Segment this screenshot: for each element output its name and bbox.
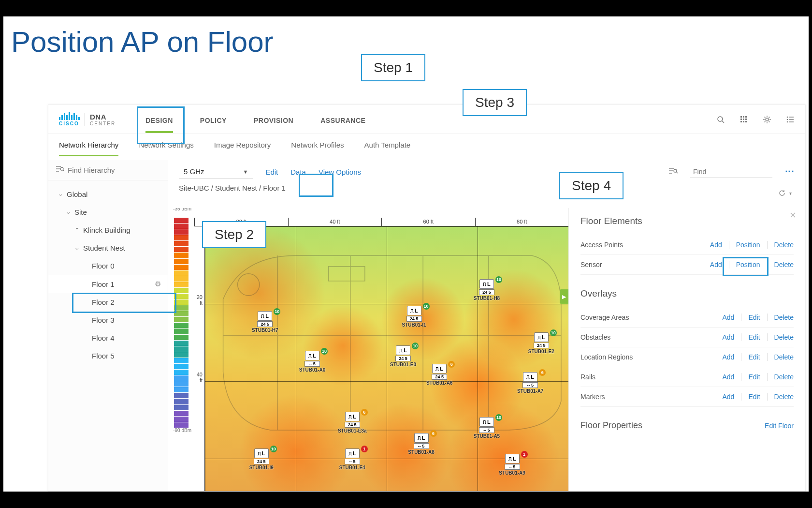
svg-rect-5 — [740, 119, 742, 120]
ap-channel: -- 5 — [505, 464, 520, 470]
band-select-value: 5 GHz — [184, 167, 204, 176]
action-edit[interactable]: Edit — [741, 314, 767, 321]
action-edit[interactable]: Edit — [741, 353, 767, 361]
tree-node-floor-5[interactable]: Floor 5 — [48, 347, 168, 365]
find-input[interactable] — [693, 168, 769, 176]
action-add[interactable]: Add — [715, 393, 741, 401]
edit-floor-button[interactable]: Edit Floor — [765, 422, 794, 430]
subnav-network-profiles[interactable]: Network Profiles — [291, 141, 344, 156]
ap-badge: 10 — [274, 308, 280, 315]
topnav-assurance[interactable]: ASSURANCE — [307, 106, 379, 133]
action-delete[interactable]: Delete — [768, 373, 794, 381]
subnav-image-repository[interactable]: Image Repository — [214, 141, 271, 156]
expand-panel-tab[interactable]: ▶ — [560, 289, 568, 304]
action-add[interactable]: Add — [715, 373, 741, 381]
tree-label: Global — [67, 190, 87, 198]
panel-row-rails: RailsAddEditDelete — [580, 367, 794, 387]
ap-channel: -- 5 — [479, 427, 494, 433]
svg-rect-42 — [329, 267, 365, 281]
view-options-button[interactable]: View Options — [319, 168, 361, 176]
ap-marker-stub01-e4[interactable]: 1⎍L-- 5STUB01-E4 — [336, 448, 369, 470]
tree-node-floor-2[interactable]: Floor 2 — [48, 293, 168, 311]
action-add[interactable]: Add — [703, 261, 729, 269]
svg-point-0 — [718, 117, 723, 121]
search-icon[interactable] — [716, 115, 725, 124]
tree-node-floor-1[interactable]: Floor 1⚙ — [48, 275, 168, 293]
ap-marker-stub01-i1[interactable]: 10⎍L24 5STUB01-I1 — [398, 306, 431, 328]
tree-node-floor-4[interactable]: Floor 4 — [48, 329, 168, 347]
band-select[interactable]: 5 GHz ▼ — [179, 164, 253, 179]
topnav-provision[interactable]: PROVISION — [240, 106, 307, 133]
ap-marker-stub01-a6[interactable]: 6⎍L24 5STUB01-A6 — [423, 364, 456, 386]
action-edit[interactable]: Edit — [741, 333, 767, 341]
chevron-icon: ⌵ — [73, 245, 80, 251]
hierarchy-search-input[interactable] — [68, 166, 160, 174]
apps-grid-icon[interactable] — [740, 115, 748, 124]
ap-marker-stub01-e3a[interactable]: 6⎍L24 5STUB01-E3a — [336, 412, 369, 433]
topnav-policy[interactable]: POLICY — [187, 106, 240, 133]
gear-icon[interactable]: ⚙ — [155, 280, 161, 288]
panel-row-label: Sensor — [580, 261, 703, 269]
action-delete[interactable]: Delete — [768, 353, 794, 361]
heatmap-canvas[interactable]: 10⎍L24 5STUB01-H710⎍L-- 5STUB01-A06⎍L24 … — [205, 226, 568, 491]
action-edit[interactable]: Edit — [741, 373, 767, 381]
action-add[interactable]: Add — [715, 314, 741, 321]
subnav-network-settings[interactable]: Network Settings — [139, 141, 193, 156]
edit-button[interactable]: Edit — [265, 168, 278, 176]
action-add[interactable]: Add — [715, 353, 741, 361]
ap-marker-stub01-i9[interactable]: 10⎍L24 5STUB01-I9 — [245, 448, 278, 470]
tree-node-site[interactable]: ⌵Site — [48, 203, 168, 221]
ap-marker-stub01-a8[interactable]: 6⎍L-- 5STUB01-A8 — [405, 433, 438, 455]
subnav-network-hierarchy[interactable]: Network Hierarchy — [59, 141, 118, 156]
action-edit[interactable]: Edit — [741, 393, 767, 401]
action-add[interactable]: Add — [715, 333, 741, 341]
ap-name: STUB01-A5 — [470, 433, 503, 439]
tree-node-global[interactable]: ⌵Global — [48, 185, 168, 203]
ap-name: STUB01-A7 — [514, 388, 547, 394]
ap-badge: 10 — [495, 414, 502, 421]
find-box[interactable] — [690, 166, 772, 178]
ap-marker-stub01-a5[interactable]: 10⎍L-- 5STUB01-A5 — [470, 417, 503, 439]
tree-node-klinck-building[interactable]: ⌃Klinck Building — [48, 221, 168, 239]
hierarchy-search[interactable] — [48, 160, 168, 180]
svg-line-1 — [722, 121, 724, 123]
ap-marker-stub01-e2[interactable]: 10⎍L24 5STUB01-E2 — [525, 332, 558, 354]
tree-node-floor-3[interactable]: Floor 3 — [48, 311, 168, 329]
list-icon[interactable] — [786, 115, 795, 124]
ap-marker-stub01-a7[interactable]: 6⎍L-- 5STUB01-A7 — [514, 372, 547, 394]
tree-node-floor-0[interactable]: Floor 0 — [48, 257, 168, 275]
topnav-design[interactable]: DESIGN — [132, 106, 187, 133]
data-button[interactable]: Data — [290, 168, 306, 176]
refresh-control[interactable]: ▾ — [779, 190, 792, 196]
tree-label: Floor 4 — [92, 334, 115, 342]
action-add[interactable]: Add — [703, 241, 729, 249]
action-delete[interactable]: Delete — [768, 314, 794, 321]
action-position[interactable]: Position — [729, 261, 768, 269]
subnav-auth-template[interactable]: Auth Template — [364, 141, 411, 156]
action-delete[interactable]: Delete — [768, 393, 794, 401]
svg-point-11 — [766, 118, 768, 121]
action-delete[interactable]: Delete — [768, 241, 794, 249]
ap-marker-stub01-e0[interactable]: 10⎍L24 5STUB01-E0 — [387, 345, 420, 367]
ap-badge: 1 — [361, 446, 368, 452]
ap-marker-stub01-a0[interactable]: 10⎍L-- 5STUB01-A0 — [296, 351, 329, 373]
sub-nav: Network HierarchyNetwork SettingsImage R… — [48, 134, 805, 156]
ap-marker-stub01-a9[interactable]: 1⎍L-- 5STUB01-A9 — [496, 454, 529, 476]
tree-label: Floor 2 — [92, 298, 115, 306]
ap-marker-stub01-h7[interactable]: 10⎍L24 5STUB01-H7 — [248, 311, 281, 333]
ap-badge: 6 — [448, 361, 455, 368]
action-position[interactable]: Position — [729, 241, 768, 249]
ap-badge: 10 — [270, 446, 277, 452]
tree-node-student-nest[interactable]: ⌵Student Nest — [48, 239, 168, 257]
close-icon[interactable]: ✕ — [789, 210, 797, 221]
action-delete[interactable]: Delete — [768, 333, 794, 341]
gear-icon[interactable] — [763, 115, 771, 124]
hierarchy-sidebar: ⌵Global⌵Site⌃Klinck Building⌵Student Nes… — [48, 160, 168, 491]
more-menu-icon[interactable]: ⋮ — [784, 167, 795, 177]
panel-row-label: Location Regions — [580, 353, 715, 361]
panel-row-coverage-areas: Coverage AreasAddEditDelete — [580, 308, 794, 328]
ap-name: STUB01-E4 — [336, 465, 369, 470]
ap-marker-stub01-h8[interactable]: 10⎍L24 5STUB01-H8 — [470, 279, 503, 301]
svg-rect-3 — [743, 116, 744, 118]
action-delete[interactable]: Delete — [768, 261, 794, 269]
